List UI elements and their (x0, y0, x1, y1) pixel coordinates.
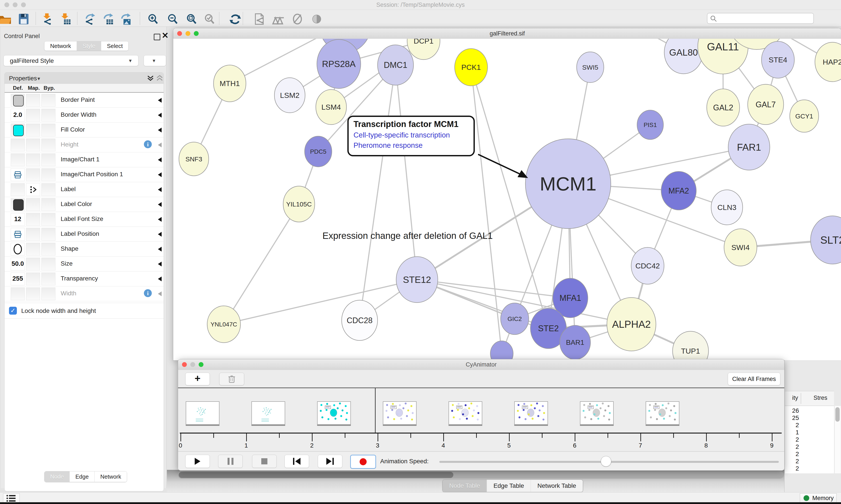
hide-details-icon[interactable] (291, 13, 305, 24)
expand-arrow-icon[interactable] (158, 172, 162, 177)
skip-start-button[interactable] (285, 455, 309, 468)
animation-speed-knob[interactable] (601, 456, 611, 467)
browse-network-icon[interactable] (272, 13, 286, 24)
network-edge[interactable] (395, 65, 417, 280)
table-tab-edge-table[interactable]: Edge Table (487, 480, 531, 492)
network-node-CLN3[interactable]: CLN3 (711, 190, 742, 225)
skip-end-button[interactable] (318, 455, 342, 468)
byp-cell[interactable] (41, 139, 55, 151)
frame-thumbnail-5[interactable] (514, 401, 548, 425)
network-node-HAP2[interactable]: HAP2 (815, 42, 841, 82)
network-node-MTH1[interactable]: MTH1 (214, 65, 246, 102)
table-vertical-scrollbar[interactable] (835, 406, 841, 473)
network-node-ppb[interactable] (490, 341, 513, 360)
task-history-button[interactable] (3, 493, 20, 503)
tab-select[interactable]: Select (101, 41, 128, 51)
table-scrollbar-thumb[interactable] (835, 407, 840, 422)
export-network-icon[interactable] (83, 13, 97, 24)
def-cell[interactable] (11, 183, 25, 196)
network-canvas[interactable]: DCP1RPS28ADMC1PCK1SWI5GAL80GAL11STE4HAP2… (173, 39, 841, 360)
lock-checkbox[interactable]: ✓ (9, 307, 17, 314)
byp-cell[interactable] (41, 183, 55, 196)
table-cell-value[interactable]: 2 (785, 451, 799, 457)
network-edge[interactable] (224, 280, 417, 324)
def-cell[interactable]: 12 (11, 213, 25, 226)
network-node-DMC1[interactable]: DMC1 (378, 45, 413, 85)
panel-tab-network[interactable]: Network (95, 471, 127, 482)
tab-network[interactable]: Network (44, 41, 77, 51)
network-node-CDC28[interactable]: CDC28 (342, 300, 378, 340)
network-edge[interactable] (360, 65, 395, 320)
def-cell[interactable] (11, 198, 25, 211)
network-node-STE12[interactable]: STE12 (396, 257, 438, 303)
byp-cell[interactable] (41, 243, 55, 255)
properties-header[interactable]: Properties ▾ (5, 72, 164, 84)
network-node-RPS28A[interactable]: RPS28A (317, 39, 361, 88)
table-cell-value[interactable]: 2 (785, 422, 799, 429)
def-cell[interactable] (11, 94, 25, 107)
map-cell[interactable] (26, 154, 40, 166)
delete-frame-button[interactable] (219, 373, 244, 385)
table-cell-value[interactable]: 2 (785, 443, 799, 450)
record-button[interactable] (350, 455, 376, 469)
zoom-out-icon[interactable] (166, 13, 180, 24)
map-cell[interactable] (26, 228, 40, 240)
expand-arrow-icon[interactable] (158, 113, 162, 118)
table-tab-node-table[interactable]: Node Table (443, 480, 487, 492)
timeline-playhead[interactable] (375, 388, 376, 433)
byp-cell[interactable] (41, 198, 55, 211)
expand-arrow-icon[interactable] (158, 128, 162, 132)
map-cell[interactable] (26, 124, 40, 137)
network-node-SWI4[interactable]: SWI4 (724, 229, 757, 266)
map-cell[interactable] (26, 139, 40, 151)
search-field[interactable] (707, 13, 814, 24)
map-cell[interactable] (26, 198, 40, 211)
expand-arrow-icon[interactable] (158, 187, 162, 192)
network-node-CDC42[interactable]: CDC42 (631, 247, 664, 284)
frame-thumbnail-0[interactable] (186, 401, 219, 425)
network-node-MCM1[interactable]: MCM1 (525, 139, 611, 229)
control-panel-float-icon[interactable] (154, 34, 160, 40)
def-cell[interactable]: 2.0 (11, 109, 25, 122)
network-node-FAR1[interactable]: FAR1 (728, 124, 770, 170)
byp-cell[interactable] (41, 213, 55, 226)
network-node-MFA2[interactable]: MFA2 (661, 172, 696, 210)
def-cell[interactable]: 50.0 (11, 258, 25, 270)
def-cell[interactable] (11, 243, 25, 255)
network-node-STE4[interactable]: STE4 (762, 41, 794, 78)
expand-arrow-icon[interactable] (158, 98, 162, 103)
horizontal-scrollbar-thumb[interactable] (179, 472, 453, 478)
map-cell[interactable] (26, 183, 40, 196)
def-cell[interactable] (11, 287, 25, 300)
expand-arrow-icon[interactable] (158, 158, 162, 162)
annotation-box[interactable]: Transcription factor MCM1 Cell-type-spec… (347, 115, 475, 156)
network-node-YIL105C[interactable]: YIL105C (283, 186, 315, 222)
import-table-icon[interactable] (59, 13, 73, 24)
table-tab-network-table[interactable]: Network Table (531, 480, 583, 492)
panel-tab-edge[interactable]: Edge (70, 471, 95, 482)
byp-cell[interactable] (41, 258, 55, 270)
table-cell-value[interactable]: 25 (785, 414, 799, 421)
export-table-icon[interactable] (101, 13, 115, 24)
map-cell[interactable] (26, 243, 40, 255)
expand-arrow-icon[interactable] (158, 262, 162, 267)
cyanimator-titlebar[interactable]: CyAnimator (178, 359, 784, 370)
network-node-YNL047C[interactable]: YNL047C (207, 306, 240, 343)
play-button[interactable] (185, 455, 210, 468)
annotation-link[interactable]: Cell-type-specific transcription (354, 131, 473, 139)
network-edge[interactable] (471, 67, 502, 354)
network-node-GIC2[interactable]: GIC2 (501, 303, 529, 335)
table-cell-value[interactable]: 2 (785, 465, 799, 472)
import-network-icon[interactable] (41, 13, 55, 24)
expand-arrow-icon[interactable] (158, 276, 162, 281)
network-node-PCK1[interactable]: PCK1 (455, 49, 487, 86)
def-cell[interactable] (11, 228, 25, 240)
search-input[interactable] (719, 14, 812, 22)
refresh-view-icon[interactable] (228, 13, 242, 24)
def-cell[interactable] (11, 154, 25, 166)
network-node-PIS1[interactable]: PIS1 (637, 110, 663, 140)
zoom-in-icon[interactable] (146, 13, 160, 24)
network-node-GAL80[interactable]: GAL80 (664, 39, 703, 74)
zoom-fit-icon[interactable] (185, 13, 199, 24)
table-cell-value[interactable]: 2 (785, 436, 799, 443)
